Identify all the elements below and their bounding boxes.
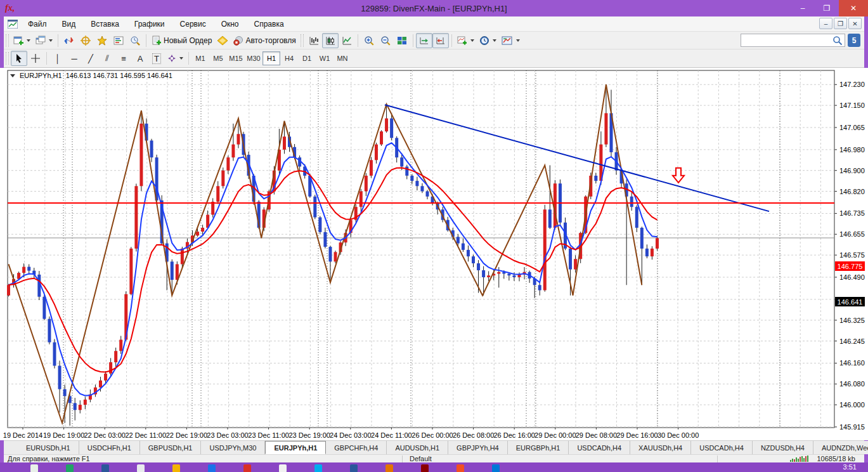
- candle: [283, 136, 286, 150]
- timeframe-button-w1[interactable]: W1: [316, 51, 334, 65]
- status-profile[interactable]: Default: [410, 455, 432, 462]
- cursor-button[interactable]: [11, 51, 27, 66]
- menu-item-вид[interactable]: Вид: [55, 16, 84, 32]
- chart-tab-gbpchfh-h4[interactable]: GBPCHFh,H4: [326, 441, 387, 454]
- arrows-button[interactable]: [165, 51, 186, 66]
- navigator-button[interactable]: [94, 33, 110, 48]
- taskbar-app-icon[interactable]: [457, 464, 464, 472]
- time-axis-label: 29 Dec 08:00: [576, 431, 617, 439]
- window-minimize-button[interactable]: –: [791, 0, 815, 16]
- terminal-button[interactable]: [110, 33, 127, 48]
- menu-item-окно[interactable]: Окно: [214, 16, 247, 32]
- timeframe-button-m15[interactable]: M15: [227, 51, 245, 65]
- channel-button[interactable]: ⫽: [99, 51, 115, 66]
- timeframe-button-m5[interactable]: M5: [209, 51, 227, 65]
- window-close-button[interactable]: ✕: [839, 0, 868, 16]
- timeframe-button-m1[interactable]: M1: [191, 51, 209, 65]
- window-maximize-button[interactable]: ❐: [815, 0, 839, 16]
- chart-tab-usdjpyh-m30[interactable]: USDJPYh,M30: [201, 441, 265, 454]
- chart-tab-gbpusdh-h1[interactable]: GBPUSDh,H1: [140, 441, 202, 454]
- taskbar-app-icon[interactable]: [172, 464, 180, 472]
- taskbar-app-icon[interactable]: [101, 464, 109, 472]
- new-chart-button[interactable]: [11, 33, 33, 48]
- candle: [119, 339, 122, 351]
- line-chart-button[interactable]: [339, 33, 355, 48]
- taskbar-app-icon[interactable]: [208, 464, 216, 472]
- search-icon[interactable]: [832, 36, 843, 46]
- bar-chart-button[interactable]: [306, 33, 322, 48]
- price-line-badge[interactable]: 146.775: [835, 261, 865, 271]
- auto-scroll-button[interactable]: [416, 33, 432, 48]
- menu-item-вставка[interactable]: Вставка: [83, 16, 127, 32]
- text-label-button[interactable]: T: [148, 51, 165, 66]
- horizontal-line-button[interactable]: ─: [66, 51, 82, 66]
- taskbar-app-icon[interactable]: [385, 464, 393, 472]
- timeframe-button-h1[interactable]: H1: [262, 51, 280, 65]
- taskbar-app-icon[interactable]: [137, 464, 145, 472]
- candlestick-button[interactable]: [322, 33, 339, 48]
- chart-tab-audnzdh-weekly[interactable]: AUDNZDh,Weekly: [813, 441, 868, 454]
- windows-taskbar[interactable]: [0, 462, 868, 472]
- metaeditor-button[interactable]: [214, 33, 231, 48]
- trendline-button[interactable]: ╱: [82, 51, 99, 66]
- indicators-button[interactable]: [455, 33, 477, 48]
- periods-button[interactable]: [477, 33, 499, 48]
- mdi-restore-button[interactable]: ❐: [834, 18, 847, 29]
- zoom-out-button[interactable]: [377, 33, 394, 48]
- chart-tab-usdcadh-h4[interactable]: USDCADh,H4: [691, 441, 753, 454]
- collapse-triangle-icon[interactable]: [10, 74, 16, 78]
- chart-tab-nzdusdh-h4[interactable]: NZDUSDh,H4: [753, 441, 813, 454]
- title-bar[interactable]: fx, 129859: DivenFX-Main - [EURJPYh,H1] …: [0, 0, 868, 16]
- data-window-button[interactable]: [77, 33, 94, 48]
- new-order-button[interactable]: Новый Ордер: [149, 33, 214, 48]
- timeframe-button-h4[interactable]: H4: [280, 51, 298, 65]
- taskbar-app-icon[interactable]: [314, 464, 322, 472]
- mdi-minimize-button[interactable]: –: [819, 18, 832, 29]
- text-button[interactable]: A: [132, 51, 148, 66]
- templates-button[interactable]: [499, 33, 522, 48]
- crosshair-button[interactable]: [27, 51, 44, 66]
- mdi-close-button[interactable]: ✕: [848, 18, 862, 29]
- taskbar-app-icon[interactable]: [492, 464, 500, 472]
- taskbar-app-icon[interactable]: [279, 464, 287, 472]
- menu-item-графики[interactable]: Графики: [127, 16, 172, 32]
- menu-item-файл[interactable]: Файл: [20, 16, 55, 32]
- timeframe-button-m30[interactable]: M30: [245, 51, 262, 65]
- chart-tab-xauusdh-h4[interactable]: XAUUSDh,H4: [630, 441, 691, 454]
- menu-item-сервис[interactable]: Сервис: [172, 16, 214, 32]
- timeframe-button-d1[interactable]: D1: [298, 51, 316, 65]
- price-chart[interactable]: 147.230147.150147.065146.980146.900146.8…: [0, 68, 868, 440]
- chart-tab-gbpjpyh-h4[interactable]: GBPJPYh,H4: [448, 441, 508, 454]
- taskbar-app-icon[interactable]: [30, 464, 38, 472]
- toolbar-grip[interactable]: [6, 52, 9, 65]
- market-watch-button[interactable]: [61, 33, 77, 48]
- price-axis-label: 146.160: [839, 359, 865, 367]
- taskbar-app-icon[interactable]: [66, 464, 74, 472]
- search-input[interactable]: [741, 36, 832, 45]
- autotrading-button[interactable]: Авто-торговля: [231, 33, 298, 48]
- toolbar-grip[interactable]: [301, 34, 304, 47]
- strategy-tester-button[interactable]: [127, 33, 143, 48]
- chart-tab-eurusdh-h1[interactable]: EURUSDh,H1: [18, 441, 79, 454]
- chart-window[interactable]: 147.230147.150147.065146.980146.900146.8…: [0, 68, 868, 440]
- taskbar-app-icon[interactable]: [243, 464, 251, 472]
- chart-tab-usdcadh-h4[interactable]: USDCADh,H4: [569, 441, 630, 454]
- tile-windows-button[interactable]: [394, 33, 410, 48]
- chart-shift-button[interactable]: [432, 33, 449, 48]
- news-counter-badge[interactable]: 5: [848, 34, 860, 47]
- chart-tab-eurgbph-h1[interactable]: EURGBPh,H1: [508, 441, 569, 454]
- timeframe-button-mn[interactable]: MN: [334, 51, 351, 65]
- chart-tab-audusdh-h1[interactable]: AUDUSDh,H1: [387, 441, 448, 454]
- candle: [472, 256, 475, 263]
- profiles-button[interactable]: [33, 33, 55, 48]
- taskbar-app-icon[interactable]: [421, 464, 429, 472]
- candle: [313, 197, 316, 218]
- chart-tab-eurjpyh-h1[interactable]: EURJPYh,H1: [265, 441, 326, 454]
- fibonacci-button[interactable]: ≡: [115, 51, 132, 66]
- menu-item-справка[interactable]: Справка: [247, 16, 292, 32]
- toolbar-grip[interactable]: [6, 34, 9, 47]
- zoom-in-button[interactable]: [361, 33, 377, 48]
- chart-tab-usdchfh-h1[interactable]: USDCHFh,H1: [79, 441, 140, 454]
- vertical-line-button[interactable]: │: [49, 51, 66, 66]
- taskbar-app-icon[interactable]: [350, 464, 358, 472]
